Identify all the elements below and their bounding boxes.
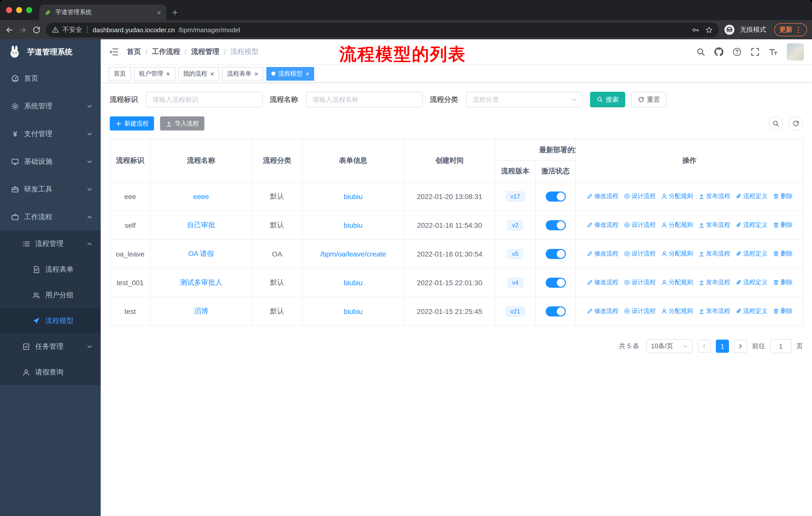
close-icon[interactable]: ×: [254, 70, 258, 77]
page-size-select[interactable]: 10条/页: [646, 339, 693, 353]
action-design[interactable]: 设计流程: [624, 307, 656, 316]
prev-page-button[interactable]: [698, 340, 711, 353]
window-zoom-button[interactable]: [26, 7, 32, 13]
tag-my-process[interactable]: 我的流程×: [178, 67, 219, 80]
url-bar[interactable]: 不安全 dashboard.yudao.iocoder.cn/bpm/manag…: [46, 22, 719, 37]
avatar[interactable]: [787, 43, 804, 60]
process-name-link[interactable]: 自己审批: [187, 221, 215, 229]
action-delete[interactable]: 删除: [773, 192, 793, 200]
breadcrumb-item[interactable]: 工作流程: [152, 47, 180, 56]
close-icon[interactable]: ×: [210, 70, 214, 77]
forward-icon[interactable]: [19, 25, 27, 34]
close-icon[interactable]: ×: [166, 70, 170, 77]
action-delete[interactable]: 删除: [773, 307, 793, 316]
process-name-link[interactable]: 测试多审批人: [180, 278, 222, 286]
reset-button[interactable]: 重置: [631, 92, 667, 107]
process-name-link[interactable]: 滔博: [194, 307, 208, 315]
help-icon[interactable]: [732, 47, 742, 56]
action-design[interactable]: 设计流程: [624, 249, 656, 258]
search-icon[interactable]: [696, 47, 705, 56]
action-publish[interactable]: 发布流程: [698, 221, 730, 229]
active-toggle[interactable]: [546, 306, 566, 317]
active-toggle[interactable]: [546, 278, 566, 288]
menu-dots-icon[interactable]: ⋮: [795, 26, 802, 34]
import-process-button[interactable]: 导入流程: [160, 116, 204, 131]
tag-process-form[interactable]: 流程表单×: [222, 67, 263, 80]
process-name-input[interactable]: [306, 92, 423, 107]
browser-tab[interactable]: 芋道管理系统 ×: [39, 4, 166, 20]
action-modify[interactable]: 修改流程: [586, 278, 618, 287]
sidebar-item-user-group[interactable]: 用户分组: [0, 282, 101, 308]
action-assign-rule[interactable]: 分配规则: [661, 221, 693, 229]
sidebar-item-payment[interactable]: ¥支付管理: [0, 120, 101, 147]
window-close-button[interactable]: [6, 7, 12, 13]
reload-icon[interactable]: [32, 25, 41, 34]
breadcrumb-item[interactable]: 首页: [127, 47, 141, 56]
form-info-link[interactable]: biubiu: [344, 221, 363, 229]
action-modify[interactable]: 修改流程: [586, 192, 618, 200]
action-definition[interactable]: 流程定义: [735, 192, 767, 200]
version-badge[interactable]: v17: [506, 191, 525, 201]
action-assign-rule[interactable]: 分配规则: [661, 249, 693, 258]
refresh-table-button[interactable]: [789, 116, 803, 131]
action-publish[interactable]: 发布流程: [698, 307, 730, 316]
breadcrumb-item[interactable]: 流程管理: [191, 47, 220, 56]
form-info-link[interactable]: biubiu: [344, 192, 363, 200]
action-modify[interactable]: 修改流程: [586, 307, 618, 316]
version-badge[interactable]: v4: [508, 278, 523, 288]
close-icon[interactable]: ×: [306, 70, 309, 77]
tag-home[interactable]: 首页: [109, 67, 131, 80]
action-design[interactable]: 设计流程: [624, 278, 656, 287]
tag-process-model[interactable]: 流程模型×: [266, 67, 314, 80]
toggle-search-button[interactable]: [769, 116, 783, 131]
back-icon[interactable]: [5, 25, 13, 34]
process-name-link[interactable]: OA 请假: [188, 249, 214, 257]
process-name-link[interactable]: eeee: [193, 192, 209, 200]
action-delete[interactable]: 删除: [773, 278, 793, 287]
goto-page-input[interactable]: [770, 339, 791, 353]
sidebar-item-infrastructure[interactable]: 基础设施: [0, 147, 101, 175]
version-badge[interactable]: v21: [506, 306, 525, 317]
action-modify[interactable]: 修改流程: [586, 221, 618, 229]
sidebar-item-process-management[interactable]: 流程管理: [0, 231, 101, 256]
action-design[interactable]: 设计流程: [624, 192, 656, 200]
collapse-sidebar-icon[interactable]: [109, 47, 119, 57]
action-definition[interactable]: 流程定义: [735, 249, 767, 258]
tag-tenant-management[interactable]: 租户管理×: [134, 67, 175, 80]
star-icon[interactable]: [705, 26, 713, 33]
github-icon[interactable]: [714, 47, 723, 56]
next-page-button[interactable]: [734, 340, 747, 353]
action-definition[interactable]: 流程定义: [735, 221, 767, 229]
update-button[interactable]: 更新 ⋮: [774, 23, 807, 36]
action-assign-rule[interactable]: 分配规则: [661, 278, 693, 287]
sidebar-item-process-model[interactable]: 流程模型: [0, 308, 101, 333]
active-toggle[interactable]: [546, 249, 566, 259]
action-publish[interactable]: 发布流程: [698, 278, 730, 287]
category-select[interactable]: 流程分类: [466, 92, 583, 107]
create-process-button[interactable]: 新建流程: [110, 116, 154, 131]
sidebar-item-dev-tools[interactable]: 研发工具: [0, 175, 101, 203]
page-number-1[interactable]: 1: [716, 340, 729, 353]
sidebar-item-home[interactable]: 首页: [0, 64, 101, 92]
version-badge[interactable]: v5: [508, 249, 523, 259]
active-toggle[interactable]: [546, 191, 566, 201]
new-tab-button[interactable]: +: [172, 7, 178, 18]
sidebar-item-leave-query[interactable]: 请假查询: [0, 359, 101, 385]
form-info-link[interactable]: biubiu: [344, 307, 363, 316]
sidebar-item-task-management[interactable]: 任务管理: [0, 333, 101, 359]
action-modify[interactable]: 修改流程: [586, 249, 618, 258]
action-definition[interactable]: 流程定义: [735, 278, 767, 287]
form-info-link[interactable]: biubiu: [344, 279, 363, 287]
action-delete[interactable]: 删除: [773, 221, 793, 229]
form-info-link[interactable]: /bpm/oa/leave/create: [320, 250, 386, 258]
action-definition[interactable]: 流程定义: [735, 307, 767, 316]
tab-close-icon[interactable]: ×: [157, 8, 161, 17]
version-badge[interactable]: v2: [508, 220, 523, 230]
action-publish[interactable]: 发布流程: [698, 192, 730, 200]
action-assign-rule[interactable]: 分配规则: [661, 192, 693, 200]
fontsize-icon[interactable]: [769, 47, 778, 56]
key-icon[interactable]: [692, 26, 699, 33]
action-delete[interactable]: 删除: [773, 249, 793, 258]
search-button[interactable]: 搜索: [590, 92, 625, 107]
fullscreen-icon[interactable]: [751, 47, 760, 56]
